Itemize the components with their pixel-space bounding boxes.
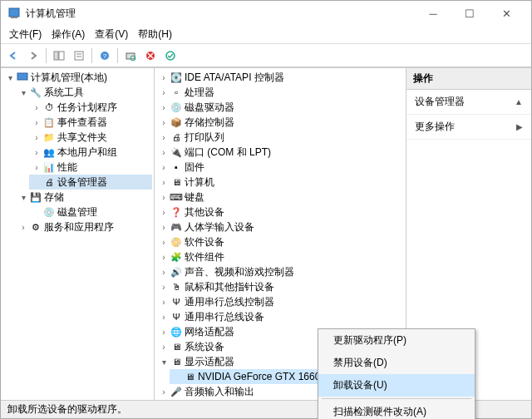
- tree-shared-folders[interactable]: ›📁共享文件夹: [29, 130, 152, 145]
- dev-hid[interactable]: ›🎮人体学输入设备: [156, 219, 404, 234]
- storage-ctrl-icon: 📦: [170, 116, 183, 128]
- tree-performance[interactable]: ›📊性能: [29, 160, 152, 175]
- svg-rect-2: [54, 52, 58, 60]
- hdd-icon: 💿: [170, 101, 183, 113]
- dev-mouse[interactable]: ›🖱鼠标和其他指针设备: [156, 279, 404, 294]
- dev-usb-dev[interactable]: ›Ψ通用串行总线设备: [156, 309, 404, 324]
- tree-root-computer-mgmt[interactable]: ▾ 计算机管理(本地): [2, 70, 152, 85]
- sound-icon: 🔊: [170, 266, 183, 278]
- display-icon: 🖥: [170, 356, 183, 367]
- scan-icon[interactable]: [121, 47, 140, 65]
- menu-view[interactable]: 查看(V): [90, 26, 133, 43]
- menubar: 文件(F) 操作(A) 查看(V) 帮助(H): [1, 26, 531, 44]
- gpu-icon: 🖥: [183, 371, 196, 382]
- usb-icon: Ψ: [170, 296, 183, 308]
- dev-firmware[interactable]: ›▪固件: [156, 160, 404, 175]
- svg-rect-1: [11, 17, 17, 18]
- properties-button[interactable]: [70, 47, 88, 65]
- uninstall-icon[interactable]: [141, 47, 160, 65]
- firmware-icon: ▪: [170, 161, 183, 173]
- cpu-icon: ▫: [170, 86, 183, 98]
- dev-storage-ctrl[interactable]: ›📦存储控制器: [156, 115, 404, 130]
- menu-action[interactable]: 操作(A): [47, 26, 90, 43]
- computer-icon: [16, 71, 29, 83]
- tree-event-viewer[interactable]: ›📋事件查看器: [29, 115, 152, 130]
- svg-rect-0: [9, 8, 19, 17]
- menu-file[interactable]: 文件(F): [4, 26, 47, 43]
- menu-help[interactable]: 帮助(H): [133, 26, 177, 43]
- svg-rect-15: [17, 73, 27, 80]
- tree-disk-mgmt[interactable]: 💿磁盘管理: [29, 205, 152, 219]
- keyboard-icon: ⌨: [170, 191, 183, 203]
- ctx-scan-hardware[interactable]: 扫描检测硬件改动(A): [318, 401, 475, 419]
- dev-cpu[interactable]: ›▫处理器: [156, 85, 404, 100]
- tree-storage[interactable]: ▾ 💾 存储: [16, 190, 152, 205]
- sys-icon: 🖥: [170, 341, 183, 352]
- tree-services[interactable]: ›⚙服务和应用程序: [16, 219, 152, 234]
- event-icon: 📋: [42, 116, 56, 128]
- status-text: 卸载所选设备的驱动程序。: [7, 402, 127, 417]
- forward-button[interactable]: [24, 47, 42, 65]
- comp-icon: 🧩: [170, 251, 183, 263]
- dev-other[interactable]: ›❓其他设备: [156, 205, 404, 219]
- actions-header: 操作: [406, 68, 531, 90]
- app-icon: [7, 7, 21, 20]
- dev-keyboard[interactable]: ›⌨键盘: [156, 190, 404, 205]
- mouse-icon: 🖱: [170, 281, 183, 293]
- dev-disk[interactable]: ›💿磁盘驱动器: [156, 100, 404, 115]
- hid-icon: 🎮: [170, 221, 183, 233]
- actions-item-more[interactable]: 更多操作 ▶: [406, 115, 531, 140]
- collapse-arrow-icon: ▲: [515, 97, 523, 106]
- show-hide-tree-button[interactable]: [50, 47, 68, 65]
- svg-text:?: ?: [103, 52, 107, 60]
- perf-icon: 📊: [42, 161, 56, 173]
- wrench-icon: 🔧: [29, 86, 42, 98]
- enable-icon[interactable]: [161, 47, 180, 65]
- actions-item-device-manager[interactable]: 设备管理器 ▲: [406, 90, 531, 115]
- ide-icon: 💽: [170, 71, 183, 83]
- svg-rect-4: [75, 52, 83, 60]
- window-title: 计算机管理: [26, 7, 415, 21]
- usbdev-icon: Ψ: [170, 311, 183, 323]
- storage-icon: 💾: [29, 191, 42, 203]
- close-button[interactable]: ✕: [488, 2, 525, 25]
- dev-software[interactable]: ›📀软件设备: [156, 234, 404, 249]
- context-menu: 更新驱动程序(P) 禁用设备(D) 卸载设备(U) 扫描检测硬件改动(A) 属性…: [318, 328, 475, 419]
- tree-local-users[interactable]: ›👥本地用户和组: [29, 145, 152, 160]
- minimize-button[interactable]: ─: [415, 2, 451, 25]
- device-icon: 🖨: [42, 176, 56, 188]
- ctx-update-driver[interactable]: 更新驱动程序(P): [318, 329, 475, 352]
- folder-icon: 📁: [42, 131, 56, 143]
- tree-system-tools[interactable]: ▾ 🔧 系统工具: [16, 85, 152, 100]
- left-navigation-pane[interactable]: ▾ 计算机管理(本地) ▾ 🔧 系统工具 ›⏱任务计划程序: [1, 68, 155, 400]
- tree-device-manager[interactable]: 🖨设备管理器: [29, 175, 152, 190]
- titlebar: 计算机管理 ─ ☐ ✕: [1, 1, 531, 26]
- ctx-disable-device[interactable]: 禁用设备(D): [318, 352, 475, 374]
- ctx-uninstall-device[interactable]: 卸载设备(U): [318, 374, 475, 397]
- dev-ports[interactable]: ›🔌端口 (COM 和 LPT): [156, 145, 404, 160]
- help-button[interactable]: ?: [96, 47, 114, 65]
- net-icon: 🌐: [170, 326, 183, 338]
- dev-ide[interactable]: ›💽IDE ATA/ATAPI 控制器: [156, 70, 404, 85]
- back-button[interactable]: [4, 47, 22, 65]
- ctx-separator: [322, 398, 471, 399]
- soft-icon: 📀: [170, 236, 183, 248]
- toolbar: ?: [1, 44, 531, 67]
- maximize-button[interactable]: ☐: [451, 2, 488, 25]
- submenu-arrow-icon: ▶: [516, 122, 523, 131]
- printer-icon: 🖨: [170, 131, 183, 143]
- tree-task-scheduler[interactable]: ›⏱任务计划程序: [29, 100, 152, 115]
- users-icon: 👥: [42, 146, 56, 158]
- dev-usb[interactable]: ›Ψ通用串行总线控制器: [156, 294, 404, 309]
- dev-software-comp[interactable]: ›🧩软件组件: [156, 249, 404, 264]
- port-icon: 🔌: [170, 146, 183, 158]
- disk-icon: 💿: [42, 206, 56, 218]
- services-icon: ⚙: [29, 221, 42, 233]
- dev-computer[interactable]: ›🖥计算机: [156, 175, 404, 190]
- other-icon: ❓: [170, 206, 183, 218]
- dev-sound[interactable]: ›🔊声音、视频和游戏控制器: [156, 264, 404, 279]
- clock-icon: ⏱: [42, 101, 56, 113]
- dev-print-queue[interactable]: ›🖨打印队列: [156, 130, 404, 145]
- pc-icon: 🖥: [170, 176, 183, 188]
- audio-icon: 🎤: [170, 386, 183, 397]
